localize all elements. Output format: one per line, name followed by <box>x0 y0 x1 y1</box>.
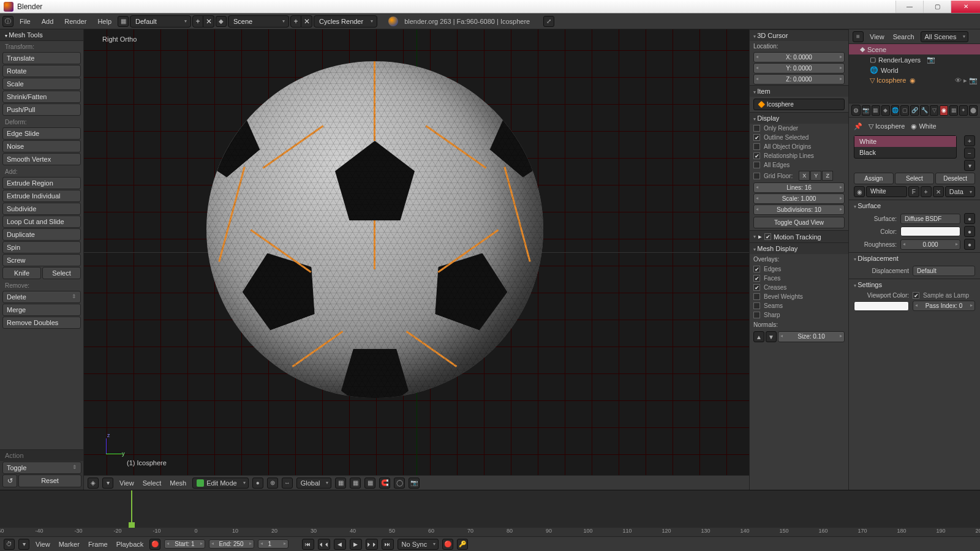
pivot-icon[interactable]: ⊕ <box>267 478 278 489</box>
displacement-section[interactable]: Displacement <box>849 252 980 264</box>
outliner-scene[interactable]: ◆ Scene <box>849 44 980 54</box>
faces-check[interactable]: Faces <box>750 274 848 283</box>
item-section[interactable]: Item <box>750 85 848 97</box>
prev-keyframe-icon[interactable]: ⏴⏴ <box>318 539 330 550</box>
push-pull-button[interactable]: Push/Pull <box>2 103 81 116</box>
outliner-filter[interactable]: All Scenes <box>921 31 968 42</box>
rotate-button[interactable]: Rotate <box>2 65 81 77</box>
timeline-editor-icon[interactable]: ⏱ <box>4 539 15 550</box>
settings-section[interactable]: Settings <box>849 279 980 290</box>
tl-view-menu[interactable]: View <box>33 541 53 548</box>
tab-world-icon[interactable]: 🌐 <box>891 105 900 116</box>
fullscreen-icon[interactable]: ⤢ <box>543 16 554 27</box>
tab-object-icon[interactable]: ▢ <box>900 105 909 116</box>
next-keyframe-icon[interactable]: ⏵⏵ <box>366 539 378 550</box>
outliner-view-menu[interactable]: View <box>867 33 887 40</box>
screw-button[interactable]: Screw <box>2 254 81 266</box>
edges-check[interactable]: Edges <box>750 264 848 274</box>
icosphere-mesh[interactable] <box>206 61 543 398</box>
edge-slide-button[interactable]: Edge Slide <box>2 127 81 140</box>
merge-button[interactable]: Merge <box>2 304 81 316</box>
toggle-button[interactable]: Toggle <box>2 462 81 474</box>
current-frame-field[interactable]: 1 <box>258 539 288 549</box>
smooth-vertex-button[interactable]: Smooth Vertex <box>2 153 81 165</box>
outliner-icosphere[interactable]: ▽ Icosphere ◉👁 ▸ 📷 <box>849 75 980 86</box>
proportional-icon[interactable]: ◯ <box>394 478 405 489</box>
deselect-button[interactable]: Deselect <box>935 173 975 184</box>
relationship-lines-check[interactable]: Relationship Lines <box>750 151 848 160</box>
mat-add-icon[interactable]: + <box>964 135 975 146</box>
select-button[interactable]: Select <box>895 173 935 184</box>
translate-button[interactable]: Translate <box>2 52 81 64</box>
link-selector[interactable]: Data <box>945 186 975 197</box>
color-swatch[interactable] <box>900 227 960 236</box>
material-list[interactable]: White Black <box>854 135 957 159</box>
tl-frame-menu[interactable]: Frame <box>86 541 110 548</box>
loop-cut-button[interactable]: Loop Cut and Slide <box>2 216 81 228</box>
menu-file[interactable]: File <box>15 16 36 27</box>
tab-material-icon[interactable]: ◉ <box>940 105 948 116</box>
scale-button[interactable]: Scale <box>2 78 81 90</box>
mat-browse-icon[interactable]: ◉ <box>854 186 865 197</box>
viewport-3d[interactable]: Right Ortho zy <box>84 29 749 490</box>
layer-2-icon[interactable]: ▦ <box>350 478 361 489</box>
tab-modifiers-icon[interactable]: 🔧 <box>920 105 929 116</box>
tab-constraints-icon[interactable]: 🔗 <box>910 105 919 116</box>
item-name-field[interactable]: 🔶 Icosphere <box>753 99 845 110</box>
layout-plusx[interactable]: +✕ <box>192 15 214 28</box>
tab-layers-icon[interactable]: ▦ <box>872 105 880 116</box>
normal-size-field[interactable]: Size: 0.10 <box>778 331 845 342</box>
mesh-menu[interactable]: Mesh <box>167 479 189 487</box>
tab-data-icon[interactable]: ▽ <box>930 105 938 116</box>
manipulator-icon[interactable]: ↔ <box>282 478 293 489</box>
reset-button[interactable]: Reset <box>18 474 81 487</box>
outliner-search-menu[interactable]: Search <box>891 33 917 40</box>
minimize-button[interactable]: — <box>895 1 923 13</box>
scene-icon[interactable]: ◆ <box>216 16 227 27</box>
pin-icon[interactable]: 📌 <box>854 122 862 130</box>
roughness-field[interactable]: 0.000 <box>900 239 960 250</box>
delete-button[interactable]: Delete <box>2 291 81 303</box>
normal-face-icon[interactable]: ▼ <box>766 331 777 342</box>
knife-select-button[interactable]: Select <box>42 267 81 279</box>
outliner-render-layers[interactable]: ▢ RenderLayers 📷 <box>849 54 980 65</box>
color-socket-icon[interactable]: ● <box>964 226 975 237</box>
tl-marker-menu[interactable]: Marker <box>56 541 82 548</box>
spin-button[interactable]: Spin <box>2 241 81 253</box>
cursor-section[interactable]: 3D Cursor <box>750 29 848 41</box>
seams-check[interactable]: Seams <box>750 301 848 310</box>
surface-field[interactable]: Diffuse BSDF <box>900 214 960 224</box>
outliner-editor-icon[interactable]: ≡ <box>853 31 864 42</box>
mat-new-icon[interactable]: + <box>921 186 932 197</box>
layer-3-icon[interactable]: ▦ <box>364 478 375 489</box>
knife-button[interactable]: Knife <box>2 267 41 279</box>
timeline[interactable]: -50-40-30-20-100102030405060708090100110… <box>0 490 980 536</box>
duplicate-button[interactable]: Duplicate <box>2 228 81 241</box>
extrude-individual-button[interactable]: Extrude Individual <box>2 190 81 202</box>
viewport-color-swatch[interactable] <box>854 301 909 311</box>
subdivide-button[interactable]: Subdivide <box>2 203 81 215</box>
tl-playback-menu[interactable]: Playback <box>114 541 146 548</box>
menu-add[interactable]: Add <box>37 16 59 27</box>
bevel-weights-check[interactable]: Bevel Weights <box>750 292 848 301</box>
outline-selected-check[interactable]: Outline Selected <box>750 133 848 142</box>
outliner-world[interactable]: 🌐 World <box>849 65 980 75</box>
outliner[interactable]: ◆ Scene ▢ RenderLayers 📷 🌐 World ▽ Icosp… <box>849 44 980 103</box>
remove-doubles-button[interactable]: Remove Doubles <box>2 317 81 329</box>
timeline-cursor[interactable] <box>131 490 132 528</box>
material-name-field[interactable]: White <box>866 186 907 197</box>
select-menu[interactable]: Select <box>140 479 164 487</box>
all-origins-check[interactable]: All Object Origins <box>750 142 848 151</box>
jump-end-icon[interactable]: ⏭ <box>382 539 394 550</box>
render-preview-icon[interactable]: 📷 <box>409 478 420 489</box>
sharp-check[interactable]: Sharp <box>750 310 848 320</box>
scene-selector[interactable]: Scene <box>228 15 289 28</box>
scene-plusx[interactable]: +✕ <box>290 15 312 28</box>
grid-floor-check[interactable]: Grid Floor:XYZ <box>750 170 848 182</box>
menu-render[interactable]: Render <box>59 16 91 27</box>
toggle-quad-button[interactable]: Toggle Quad View <box>753 217 845 228</box>
jump-start-icon[interactable]: ⏮ <box>302 539 314 550</box>
material-white[interactable]: White <box>854 136 956 147</box>
screen-layout-icon[interactable]: ▦ <box>118 16 129 27</box>
node-socket-icon[interactable]: ● <box>964 213 975 224</box>
